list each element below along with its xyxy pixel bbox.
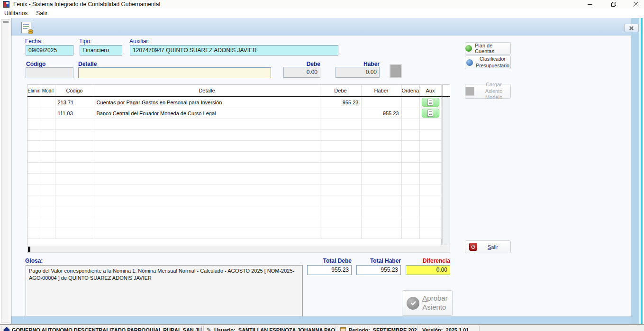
debe-input[interactable]: 0.00 [283,67,320,78]
cell-ordenar[interactable] [401,97,419,108]
close-icon [633,1,639,7]
cell-codigo [55,162,94,173]
glosa-textarea[interactable]: Pago del Valor correspondiente a la Nomi… [26,265,303,316]
titlebar: Fenix - Sistema Integrado de Contabilida… [0,0,644,9]
aprobar-asiento-button[interactable]: Aprobar Asiento [402,290,453,316]
grid-vertical-scrollbar[interactable] [442,97,450,245]
collapsed-side-panel[interactable] [1,19,10,322]
table-row[interactable]: 111.03Banco Central del Ecuador Moneda d… [27,108,441,119]
cell-codigo[interactable]: 213.71 [55,97,94,108]
diferencia-label: Diferencia [406,257,450,264]
detalle-input[interactable] [78,67,271,78]
cell-codigo [55,129,94,140]
salir-button[interactable]: Salir [465,240,511,253]
plan-de-cuentas-button[interactable]: Plan de Cuentas [465,42,511,55]
cell-ordenar [401,228,419,239]
salir-label: Salir [488,244,498,250]
header-haber[interactable]: Haber [361,85,401,97]
aux-button[interactable] [422,109,439,118]
cell-modif[interactable] [41,108,55,119]
cell-detalle[interactable]: Cuentas por Pagar Gastos en Personal par… [94,97,320,108]
cell-detalle [94,217,320,228]
cell-debe [320,119,361,129]
mdi-close-icon [629,26,634,31]
minimize-button[interactable] [582,0,598,9]
table-row [27,129,441,140]
cell-modif [41,184,55,195]
menu-utilitarios[interactable]: Utilitarios [0,9,32,18]
cell-aux[interactable] [419,97,441,108]
header-ordenar[interactable]: Ordenar [401,85,419,97]
fecha-input[interactable]: 09/09/2025 [26,45,73,55]
cell-elimin[interactable] [27,97,41,108]
header-aux[interactable]: Aux [419,85,441,97]
cell-codigo [55,195,94,206]
total-haber-label: Total Haber [356,257,401,264]
restore-button[interactable] [606,0,622,9]
cell-aux [419,119,441,129]
cell-aux[interactable] [419,108,441,119]
menu-salir[interactable]: Salir [32,9,52,18]
status-usuario: ✎ Usuario: SANTILLAN ESPINOZA JOHANNA PA… [203,326,336,331]
cargar-asiento-label: Cargar Asiento Modelo [477,82,510,101]
cell-codigo [55,206,94,217]
grid-horizontal-scrollbar[interactable] [27,246,450,253]
cell-haber [361,162,401,173]
tipo-input[interactable]: Financiero [80,45,122,55]
aux-button[interactable] [422,98,439,107]
cell-haber [361,129,401,140]
cell-codigo [55,184,94,195]
cargar-asiento-modelo-button[interactable]: Cargar Asiento Modelo [465,84,511,99]
cell-detalle [94,151,320,162]
cell-aux [419,228,441,239]
cell-elimin[interactable] [27,108,41,119]
header-debe[interactable]: Debe [320,85,361,97]
table-row [27,162,441,173]
cell-debe[interactable]: 955.23 [320,97,361,108]
table-row[interactable]: 213.71Cuentas por Pagar Gastos en Person… [27,97,441,108]
table-row [27,140,441,151]
cell-ordenar [401,129,419,140]
cell-ordenar[interactable] [401,108,419,119]
cell-detalle[interactable]: Banco Central del Ecuador Moneda de Curs… [94,108,320,119]
check-icon [407,297,419,310]
cell-debe[interactable] [320,108,361,119]
cell-aux [419,162,441,173]
cell-codigo [55,173,94,184]
table-row [27,195,441,206]
cell-codigo [55,151,94,162]
add-entry-button[interactable] [390,64,402,78]
cell-debe [320,217,361,228]
auxiliar-input[interactable]: 1207470947 QUINTO SUAREZ ADONIS JAVIER [130,45,338,55]
haber-label: Haber [336,61,380,67]
total-debe-value: 955.23 [307,265,352,275]
cell-debe [320,151,361,162]
codigo-input[interactable] [26,67,73,78]
cell-codigo[interactable]: 111.03 [55,108,94,119]
cell-codigo [55,140,94,151]
mdi-right-strip [631,18,639,324]
clasificador-label: ClasificadorPresupuestario [476,56,509,68]
header-codigo[interactable]: Código [55,85,94,97]
haber-input[interactable]: 0.00 [336,67,380,78]
header-modif[interactable]: Modif [41,85,55,97]
cell-ordenar [401,151,419,162]
cell-debe [320,206,361,217]
close-button[interactable] [628,0,644,9]
journal-document-icon [21,22,31,33]
scroll-thumb[interactable] [28,247,30,252]
cell-elimin [27,206,41,217]
header-elimin[interactable]: Elimin [27,85,41,97]
cell-modif[interactable] [41,97,55,108]
power-icon [469,243,477,251]
clasificador-presupuestario-button[interactable]: ClasificadorPresupuestario [465,55,511,69]
cell-haber[interactable] [361,97,401,108]
fecha-label: Fecha: [25,38,43,45]
mdi-close-button[interactable] [624,24,639,32]
cell-aux [419,206,441,217]
header-detalle[interactable]: Detalle [94,85,320,97]
status-entity: GOBIERNO AUTONOMO DESCENTRALIZADO PARROQ… [1,326,202,331]
total-haber-value: 955.23 [356,265,401,275]
cell-haber[interactable]: 955.23 [361,108,401,119]
cell-ordenar [401,162,419,173]
